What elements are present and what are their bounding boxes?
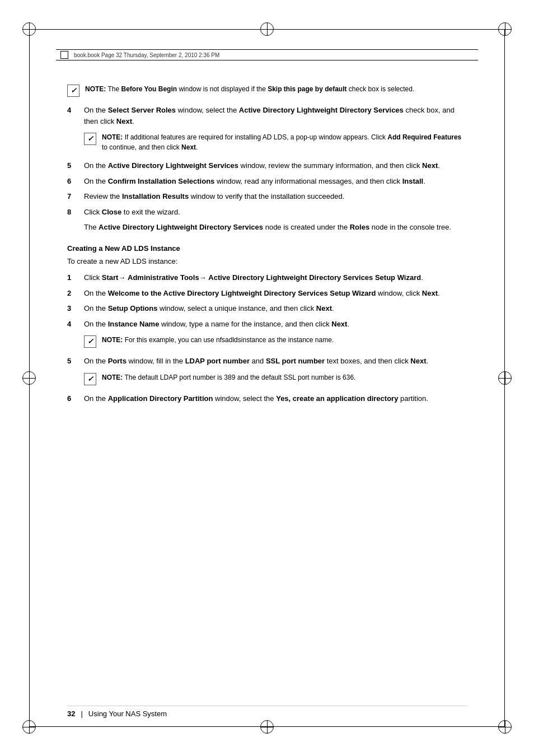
note-text-top: NOTE: The Before You Begin window is not… xyxy=(85,84,414,94)
reg-mark-tm xyxy=(260,22,274,36)
page: book.book Page 32 Thursday, September 2,… xyxy=(0,0,534,756)
content-area: ✓ NOTE: The Before You Begin window is n… xyxy=(67,78,467,700)
sub-item-text-5: On the Ports window, fill in the LDAP po… xyxy=(84,356,467,367)
sub-item-number-1: 1 xyxy=(67,272,84,283)
list-item-7: 7 Review the Installation Results window… xyxy=(67,191,467,202)
note-sub-item-5: ✓ NOTE: The default LDAP port number is … xyxy=(84,372,467,385)
note-box-top: ✓ NOTE: The Before You Begin window is n… xyxy=(67,84,467,97)
sub-item-number-5: 5 xyxy=(67,356,84,367)
note-text-sub-4: NOTE: For this example, you can use nfsa… xyxy=(102,335,334,345)
sub-item-text-3: On the Setup Options window, select a un… xyxy=(84,303,467,314)
note-label-sub-5: NOTE: xyxy=(102,374,123,381)
reg-mark-br xyxy=(498,720,512,734)
page-footer: 32 | Using Your NAS System xyxy=(67,706,467,718)
item-number-8: 8 xyxy=(67,207,84,218)
note-icon-4: ✓ xyxy=(84,133,96,145)
item-text-4: On the Select Server Roles window, selec… xyxy=(84,105,467,127)
sub-item-number-2: 2 xyxy=(67,288,84,299)
sub-list-item-3: 3 On the Setup Options window, select a … xyxy=(67,303,467,314)
sub-item-text-1: Click Start→ Administrative Tools→ Activ… xyxy=(84,272,467,283)
section-intro: To create a new AD LDS instance: xyxy=(67,256,467,267)
reg-mark-tr xyxy=(498,22,512,36)
item-text-7: Review the Installation Results window t… xyxy=(84,191,467,202)
note-label-top: NOTE: xyxy=(85,85,106,93)
item-text-6: On the Confirm Installation Selections w… xyxy=(84,176,467,187)
reg-mark-bm xyxy=(260,720,274,734)
reg-mark-lm xyxy=(22,371,36,385)
sub-list-item-5: 5 On the Ports window, fill in the LDAP … xyxy=(67,356,467,367)
list-item-4: 4 On the Select Server Roles window, sel… xyxy=(67,105,467,127)
list-item-8: 8 Click Close to exit the wizard. xyxy=(67,207,467,218)
sub-item-text-6: On the Application Directory Partition w… xyxy=(84,393,467,404)
sub-list-item-2: 2 On the Welcome to the Active Directory… xyxy=(67,288,467,299)
item-number-4: 4 xyxy=(67,105,84,116)
note-box-4: ✓ NOTE: If additional features are requi… xyxy=(84,132,467,152)
note-icon-sub-5: ✓ xyxy=(84,373,96,385)
note-icon-sub-4: ✓ xyxy=(84,335,96,348)
note-text-sub-5: NOTE: The default LDAP port number is 38… xyxy=(102,372,355,382)
note-bold-2: Skip this page by default xyxy=(268,85,346,93)
note-sub-item-4: ✓ NOTE: For this example, you can use nf… xyxy=(84,335,467,348)
note-icon-top: ✓ xyxy=(67,85,79,97)
after-text-8: The Active Directory Lightweight Directo… xyxy=(84,222,467,233)
sub-item-text-2: On the Welcome to the Active Directory L… xyxy=(84,288,467,299)
book-icon xyxy=(60,51,68,59)
item-number-7: 7 xyxy=(67,191,84,202)
item-text-5: On the Active Directory Lightweight Serv… xyxy=(84,160,467,171)
note-box-sub-5: ✓ NOTE: The default LDAP port number is … xyxy=(84,372,467,385)
note-item-4: ✓ NOTE: If additional features are requi… xyxy=(84,132,467,152)
note-label-sub-4: NOTE: xyxy=(102,336,123,344)
sub-item-number-3: 3 xyxy=(67,303,84,314)
sub-item-number-6: 6 xyxy=(67,393,84,404)
sub-list-item-4: 4 On the Instance Name window, type a na… xyxy=(67,319,467,330)
sub-item-text-4: On the Instance Name window, type a name… xyxy=(84,319,467,330)
sub-list-item-6: 6 On the Application Directory Partition… xyxy=(67,393,467,404)
header-bar: book.book Page 32 Thursday, September 2,… xyxy=(56,49,478,60)
note-box-sub-4: ✓ NOTE: For this example, you can use nf… xyxy=(84,335,467,348)
item-number-6: 6 xyxy=(67,176,84,187)
note-bold-1: Before You Begin xyxy=(121,85,177,93)
reg-mark-tl xyxy=(22,22,36,36)
page-number: 32 xyxy=(67,710,75,718)
section-heading: Creating a New AD LDS Instance xyxy=(67,244,467,253)
sub-item-number-4: 4 xyxy=(67,319,84,330)
item-text-8: Click Close to exit the wizard. xyxy=(84,207,467,218)
list-item-6: 6 On the Confirm Installation Selections… xyxy=(67,176,467,187)
sub-list-item-1: 1 Click Start→ Administrative Tools→ Act… xyxy=(67,272,467,283)
item-number-5: 5 xyxy=(67,160,84,171)
note-text-4: NOTE: If additional features are require… xyxy=(102,132,467,152)
header-text: book.book Page 32 Thursday, September 2,… xyxy=(74,52,219,58)
note-label-4: NOTE: xyxy=(102,133,123,141)
page-section-label: Using Your NAS System xyxy=(88,710,167,718)
page-separator: | xyxy=(81,710,82,718)
reg-mark-bl xyxy=(22,720,36,734)
reg-mark-rm xyxy=(498,371,512,385)
list-item-5: 5 On the Active Directory Lightweight Se… xyxy=(67,160,467,171)
